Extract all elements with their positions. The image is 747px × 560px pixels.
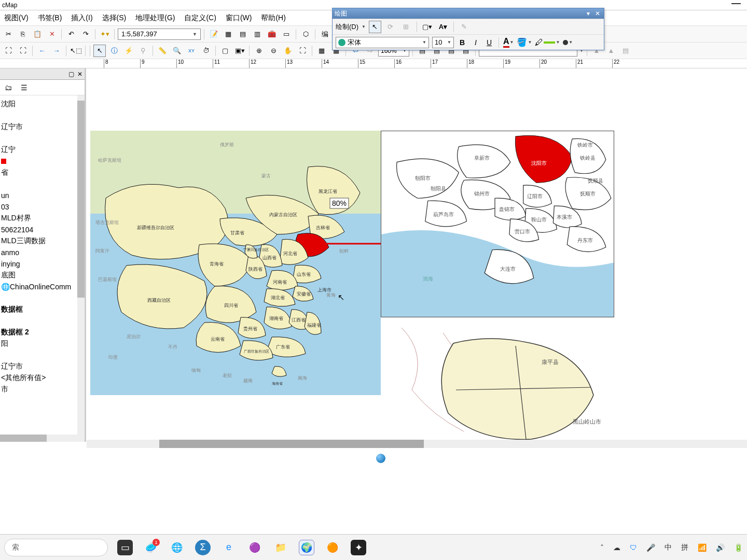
copy-button[interactable]: ⎘ <box>17 28 29 40</box>
zoom-in-button[interactable]: ⊕ <box>253 45 265 57</box>
delete-button[interactable]: ✕ <box>46 28 58 40</box>
edit-label[interactable]: 编 <box>319 28 331 40</box>
taskbar-search[interactable]: 索 <box>4 539 108 556</box>
menu-help[interactable]: 帮助(H) <box>261 13 285 23</box>
scale-combo[interactable]: 1:5,587,397 ▼ <box>118 29 201 40</box>
ie-icon[interactable]: e <box>221 540 237 555</box>
edge-icon[interactable]: 🌐 <box>169 540 185 555</box>
zoom-out-button[interactable]: ⊖ <box>267 45 280 57</box>
identify-tool[interactable]: ⓘ <box>108 45 120 57</box>
toc-close-icon[interactable]: ✕ <box>77 71 82 78</box>
toc-hscrollbar[interactable] <box>0 435 85 442</box>
arctoolbox-button[interactable]: 🧰 <box>266 28 278 40</box>
zoom-whole-page-button[interactable]: ▦ <box>315 45 328 57</box>
bold-button[interactable]: B <box>457 37 467 48</box>
forward-button[interactable]: → <box>50 45 63 57</box>
minimize-button[interactable] <box>731 3 741 4</box>
hyperlink-tool[interactable]: ⚲ <box>137 45 149 57</box>
app-sigma-icon[interactable]: Σ <box>195 540 211 555</box>
arcglobe-icon[interactable] <box>376 454 385 463</box>
font-combo[interactable]: 宋体 ▼ <box>336 37 429 48</box>
data-frame-liaoning[interactable]: 朝阳市 朝阳县 阜新市 铁岭市 铁岭县 抚顺市 抚顺县 锦州市 盘锦市 辽阳市 <box>381 131 614 317</box>
draw-menu[interactable]: 绘制(D) <box>336 22 358 32</box>
full-extent-button[interactable]: ⛶ <box>2 45 15 57</box>
drawing-toolbar-panel[interactable]: 绘图 ▾ ✕ 绘制(D)▼ ↖ ⟳ ⊞ ▢▾ A▾ ✎ 宋体 ▼ 10 ▼ B … <box>332 8 604 50</box>
full-extent2-button[interactable]: ⛶ <box>296 45 309 57</box>
data-frame-china[interactable]: 新疆维吾尔自治区 西藏自治区 青海省 甘肃省 内蒙古自治区 黑龙江省 吉林省 <box>90 131 381 395</box>
paste-button[interactable]: 📋 <box>31 28 44 40</box>
ime-pin[interactable]: 拼 <box>681 543 688 552</box>
italic-button[interactable]: I <box>471 37 481 48</box>
georef3-button[interactable]: ▤ <box>619 45 632 57</box>
xy-tool[interactable]: XY <box>185 45 198 57</box>
font-color-button[interactable]: A▼ <box>503 37 514 48</box>
tray-chevron-icon[interactable]: ˄ <box>600 543 604 552</box>
explorer-icon[interactable]: 📁 <box>273 540 288 555</box>
ime-zhong[interactable]: 中 <box>665 543 672 552</box>
menu-select[interactable]: 选择(S) <box>102 13 127 23</box>
html-popup-button[interactable]: ▢ <box>219 45 231 57</box>
drawing-panel-titlebar[interactable]: 绘图 ▾ ✕ <box>333 8 604 19</box>
undo-button[interactable]: ↶ <box>65 28 77 40</box>
menu-view[interactable]: 视图(V) <box>4 13 29 23</box>
toc-button[interactable]: ▦ <box>222 28 234 40</box>
volume-icon[interactable]: 🔊 <box>716 543 725 552</box>
chrome-icon[interactable]: 🟠 <box>325 540 340 555</box>
python-button[interactable]: ▭ <box>280 28 293 40</box>
fill-color-button[interactable]: 🪣▼ <box>517 37 532 47</box>
select-elements-tool[interactable]: ↖ <box>369 21 381 33</box>
search-window-button[interactable]: ▥ <box>251 28 264 40</box>
security-icon[interactable]: 🛡 <box>630 543 637 552</box>
menu-window[interactable]: 窗口(W) <box>226 13 252 23</box>
find-tool[interactable]: 🔍 <box>171 45 183 57</box>
redo-button[interactable]: ↷ <box>79 28 92 40</box>
zoom-to-elements[interactable]: ⊞ <box>400 21 412 33</box>
app-1-icon[interactable]: 🥏1 <box>143 540 159 555</box>
microphone-icon[interactable]: 🎤 <box>646 543 655 552</box>
menu-bookmark[interactable]: 书签(B) <box>38 13 62 23</box>
edit-vertices-tool[interactable]: ✎ <box>458 21 471 33</box>
georef2-button[interactable]: ▲ <box>605 45 617 57</box>
panel-options-icon[interactable]: ▾ <box>584 10 592 17</box>
layout-hscrollbar[interactable] <box>87 440 747 448</box>
pan-button[interactable]: ✋ <box>282 45 294 57</box>
onedrive-icon[interactable]: ☁ <box>613 543 620 552</box>
catalog-button[interactable]: ▤ <box>237 28 249 40</box>
line-color-button[interactable]: 🖊▼ <box>535 38 560 47</box>
app-dark-icon[interactable]: ✦ <box>351 540 366 555</box>
wifi-icon[interactable]: 📶 <box>698 543 707 552</box>
create-viewer-button[interactable]: ▣▾ <box>233 45 246 57</box>
rotate-tool[interactable]: ⟳ <box>384 21 397 33</box>
arcmap-icon[interactable]: 🌍 <box>299 540 314 555</box>
list-by-drawing-order-tab[interactable]: 🗂 <box>3 82 13 93</box>
pointer-tool[interactable]: ↖ <box>93 45 106 57</box>
editor-toolbar-button[interactable]: 📝 <box>208 28 220 40</box>
toc-vscrollbar[interactable] <box>77 95 85 435</box>
toc-tree[interactable]: 沈阳 辽宁市 辽宁 省 un 03 MLD村界 50622104 MLD三调数据… <box>0 95 85 435</box>
flash-tool[interactable]: ⚡ <box>122 45 135 57</box>
measure-tool[interactable]: 📏 <box>156 45 169 57</box>
battery-icon[interactable]: 🔋 <box>734 543 743 552</box>
underline-button[interactable]: U <box>484 37 494 48</box>
panel-close-icon[interactable]: ✕ <box>593 10 602 17</box>
layout-view[interactable]: 新疆维吾尔自治区 西藏自治区 青海省 甘肃省 内蒙古自治区 黑龙江省 吉林省 <box>86 68 747 442</box>
back-button[interactable]: ← <box>36 45 48 57</box>
time-slider-button[interactable]: ⏱ <box>200 45 212 57</box>
select-elements-button[interactable]: ↖⬚ <box>70 45 82 57</box>
task-view-icon[interactable]: ▭ <box>117 540 133 555</box>
browser-icon[interactable]: 🟣 <box>247 540 262 555</box>
fixed-zoom-button[interactable]: ⛶ <box>17 45 29 57</box>
marker-color-button[interactable]: ▼ <box>563 40 573 45</box>
menu-customize[interactable]: 自定义(C) <box>184 13 216 23</box>
list-by-source-tab[interactable]: ☰ <box>19 82 29 93</box>
add-data-button[interactable]: ✦▾ <box>99 28 111 40</box>
rectangle-tool[interactable]: ▢▾ <box>421 21 434 33</box>
data-frame-county[interactable]: 康平县 黑山岭山市 <box>381 323 614 442</box>
menu-insert[interactable]: 插入(I) <box>71 13 92 23</box>
cut-button[interactable]: ✂ <box>2 28 15 40</box>
font-size-combo[interactable]: 10 ▼ <box>432 37 454 48</box>
text-tool[interactable]: A▾ <box>437 21 449 33</box>
toc-pin-icon[interactable]: ▢ <box>68 71 74 78</box>
menu-geoprocess[interactable]: 地理处理(G) <box>135 13 175 23</box>
model-builder-button[interactable]: ⬡ <box>299 28 312 40</box>
